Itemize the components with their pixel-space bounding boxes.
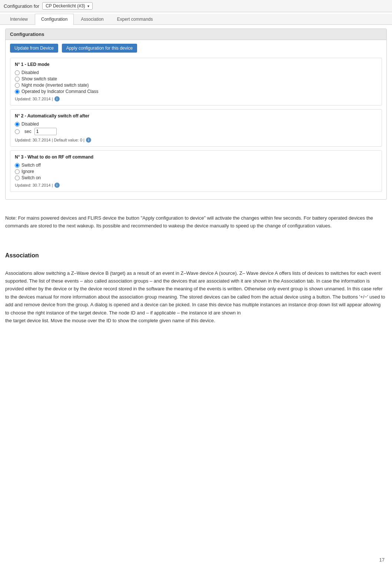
n1-radio-group: Disabled Show switch state Night mode (i… [15, 70, 377, 94]
tab-expert-commands[interactable]: Expert commands [111, 14, 159, 24]
n3-updated-text: Updated: 30.7.2014 | [15, 183, 53, 187]
section-n2-title: N° 2 - Automatically switch off after [15, 113, 377, 119]
tab-interview[interactable]: Interview [4, 14, 34, 24]
tabs-bar: Interview Configuration Association Expe… [0, 14, 392, 25]
n3-option-ignore[interactable]: Ignore [15, 169, 377, 174]
association-body-text: Associations allow switching a Z–Wave de… [5, 269, 387, 325]
config-section-n2: N° 2 - Automatically switch off after Di… [10, 109, 382, 147]
n1-option-indicator-cc[interactable]: Operated by Indicator Command Class [15, 89, 377, 94]
tab-association[interactable]: Association [74, 14, 110, 24]
n2-sec-label: sec [24, 129, 31, 134]
n2-radio-group: Disabled sec [15, 121, 377, 135]
main-content: Configurations Update from Device Apply … [0, 25, 392, 211]
n1-option-night-mode[interactable]: Night mode (inverted switch state) [15, 83, 377, 88]
config-section-n3: N° 3 - What to do on RF off command Swit… [10, 150, 382, 192]
n1-option-disabled[interactable]: Disabled [15, 70, 377, 75]
config-panel-header: Configurations [6, 29, 386, 40]
section-n3-title: N° 3 - What to do on RF off command [15, 154, 377, 160]
config-section-n1: N° 1 - LED mode Disabled Show switch sta… [10, 58, 382, 106]
n3-radio-group: Switch off Ignore Switch on [15, 163, 377, 180]
n2-updated-text: Updated: 30.7.2014 | Default value: 0 | [15, 138, 84, 142]
n3-info-icon[interactable]: i [54, 183, 60, 188]
n1-info-icon[interactable]: i [54, 96, 60, 101]
tab-configuration[interactable]: Configuration [35, 14, 74, 25]
config-panel-body: Update from Device Apply configuration f… [6, 40, 386, 199]
n2-sec-input[interactable] [34, 128, 57, 135]
device-name: CP Deckenlicht (#3) [46, 3, 85, 9]
association-heading-text: Association [5, 252, 39, 259]
n1-option-show-switch[interactable]: Show switch state [15, 76, 377, 81]
note-section: Note: For mains powered devices and FLIR… [0, 211, 392, 237]
association-body: Associations allow switching a Z–Wave de… [0, 269, 392, 325]
n2-option-disabled[interactable]: Disabled [15, 121, 377, 127]
update-from-device-button[interactable]: Update from Device [10, 44, 58, 53]
header: Configuration for CP Deckenlicht (#3) ▾ [0, 0, 392, 12]
chevron-down-icon: ▾ [87, 4, 89, 8]
n1-updated-line: Updated: 30.7.2014 | i [15, 96, 377, 101]
n2-info-icon[interactable]: i [86, 137, 91, 143]
n3-updated-line: Updated: 30.7.2014 | i [15, 183, 377, 188]
n2-option-sec: sec [15, 128, 377, 135]
device-dropdown[interactable]: CP Deckenlicht (#3) ▾ [42, 2, 93, 10]
section-n1-title: N° 1 - LED mode [15, 62, 377, 67]
page-number: 17 [379, 557, 385, 563]
config-btn-row: Update from Device Apply configuration f… [10, 44, 382, 53]
n3-option-switch-off[interactable]: Switch off [15, 163, 377, 168]
n3-option-switch-on[interactable]: Switch on [15, 175, 377, 180]
association-heading: Association [0, 249, 392, 262]
n2-updated-line: Updated: 30.7.2014 | Default value: 0 | … [15, 137, 377, 143]
config-panel: Configurations Update from Device Apply … [5, 29, 387, 200]
note-text: Note: For mains powered devices and FLIR… [5, 214, 387, 230]
config-label: Configuration for [4, 3, 39, 9]
n1-updated-text: Updated: 30.7.2014 | [15, 97, 53, 101]
config-panel-title: Configurations [10, 31, 44, 37]
apply-config-button[interactable]: Apply configuration for this device [62, 44, 137, 53]
